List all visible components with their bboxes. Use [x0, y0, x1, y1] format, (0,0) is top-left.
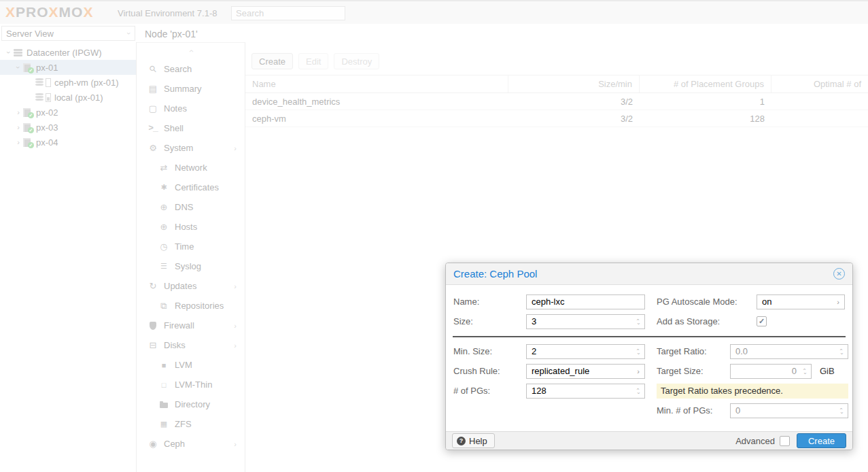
size-value: 3	[532, 316, 632, 326]
size-field[interactable]: 3››	[526, 314, 645, 329]
dialog-header[interactable]: Create: Ceph Pool ✕	[446, 263, 852, 285]
min-size-field[interactable]: 2››	[526, 344, 645, 359]
name-label: Name:	[453, 297, 526, 307]
#-of-pgs-field[interactable]: 128››	[526, 384, 645, 399]
spinner-up-icon[interactable]: ›	[636, 318, 640, 320]
crush-rule-label: Crush Rule:	[453, 366, 526, 376]
name-value: ceph-lxc	[532, 297, 644, 307]
spinner-arrows-icon[interactable]: ››	[799, 365, 811, 378]
chevron-down-icon[interactable]: ›	[632, 367, 644, 375]
#-of-pgs-value: 128	[532, 386, 632, 396]
spinner-arrows-icon[interactable]: ››	[835, 345, 848, 358]
target-size-field[interactable]: 0››	[730, 364, 812, 379]
target-ratio-value: 0.0	[735, 346, 835, 356]
spinner-arrows-icon[interactable]: ››	[632, 315, 644, 328]
create-ceph-pool-dialog: Create: Ceph Pool ✕ Name:ceph-lxcSize:3›…	[445, 263, 853, 450]
target-ratio-note: Target Ratio takes precedence.	[657, 384, 848, 399]
spinner-up-icon[interactable]: ›	[636, 388, 640, 390]
dialog-title: Create: Ceph Pool	[453, 268, 537, 280]
unit-label: GiB	[820, 366, 835, 376]
chevron-down-icon[interactable]: ›	[832, 298, 844, 306]
crush-rule-value: replicated_rule	[532, 366, 632, 376]
advanced-label: Advanced	[735, 436, 775, 446]
help-icon: ?	[457, 437, 466, 445]
spinner-arrows-icon[interactable]: ››	[632, 384, 644, 398]
#-of-pgs-label: # of PGs:	[453, 386, 526, 396]
pg-autoscale-mode-label: PG Autoscale Mode:	[657, 297, 757, 307]
spinner-arrows-icon[interactable]: ››	[632, 345, 644, 358]
target-ratio-field[interactable]: 0.0››	[730, 344, 848, 359]
min-size-label: Min. Size:	[453, 346, 526, 356]
dialog-footer: ? Help Advanced Create	[446, 431, 852, 450]
spinner-up-icon[interactable]: ›	[803, 368, 807, 370]
form-row: Target Size:0››GiB	[657, 361, 848, 381]
pg-autoscale-mode-field[interactable]: on›	[757, 294, 845, 309]
name-field[interactable]: ceph-lxc	[526, 294, 645, 309]
spinner-down-icon[interactable]: ›	[636, 392, 640, 394]
proxmox-app: XPROXMOX Virtual Environment 7.1-8 Serve…	[0, 0, 868, 472]
advanced-separator	[453, 336, 846, 337]
target-size-label: Target Size:	[657, 366, 730, 376]
form-row: Crush Rule:replicated_rule›	[453, 361, 645, 381]
form-row: Min. # of PGs:0››	[657, 401, 848, 420]
spinner-up-icon[interactable]: ›	[636, 348, 640, 350]
help-button[interactable]: ? Help	[452, 433, 495, 448]
create-submit-button[interactable]: Create	[797, 433, 846, 448]
form-row: # of PGs:128››	[453, 381, 645, 401]
spinner-up-icon[interactable]: ›	[839, 348, 844, 350]
crush-rule-field[interactable]: replicated_rule›	[526, 364, 645, 379]
add-as-storage-label: Add as Storage:	[657, 316, 757, 326]
spinner-arrows-icon[interactable]: ››	[835, 404, 848, 418]
target-ratio-label: Target Ratio:	[657, 346, 730, 356]
close-icon[interactable]: ✕	[833, 268, 845, 280]
min-#-of-pgs-label: Min. # of PGs:	[657, 405, 730, 416]
form-row: PG Autoscale Mode:on›	[657, 292, 848, 311]
min-size-value: 2	[532, 346, 632, 356]
create-submit-label: Create	[808, 436, 835, 446]
form-row: Name:ceph-lxc	[453, 292, 645, 311]
help-button-label: Help	[469, 436, 487, 446]
form-row: Target Ratio takes precedence.	[657, 381, 848, 401]
add-as-storage-checkbox[interactable]: ✓	[757, 316, 767, 326]
form-row: Min. Size:2››	[453, 341, 645, 361]
target-size-value: 0	[735, 366, 799, 376]
min-#-of-pgs-value: 0	[735, 405, 835, 416]
spinner-down-icon[interactable]: ›	[839, 352, 844, 354]
form-row: Add as Storage:✓	[657, 311, 848, 331]
form-row: Size:3››	[453, 311, 645, 331]
spinner-down-icon[interactable]: ›	[636, 352, 640, 354]
size-label: Size:	[453, 316, 526, 326]
spinner-down-icon[interactable]: ›	[803, 372, 807, 374]
spinner-down-icon[interactable]: ›	[839, 411, 844, 414]
form-row: Target Ratio:0.0››	[657, 341, 848, 361]
spinner-up-icon[interactable]: ›	[839, 407, 844, 409]
advanced-checkbox[interactable]	[780, 436, 790, 446]
dialog-body: Name:ceph-lxcSize:3›› PG Autoscale Mode:…	[446, 285, 852, 431]
pg-autoscale-mode-value: on	[762, 297, 832, 307]
min-#-of-pgs-field[interactable]: 0››	[730, 403, 848, 418]
spinner-down-icon[interactable]: ›	[636, 322, 640, 324]
